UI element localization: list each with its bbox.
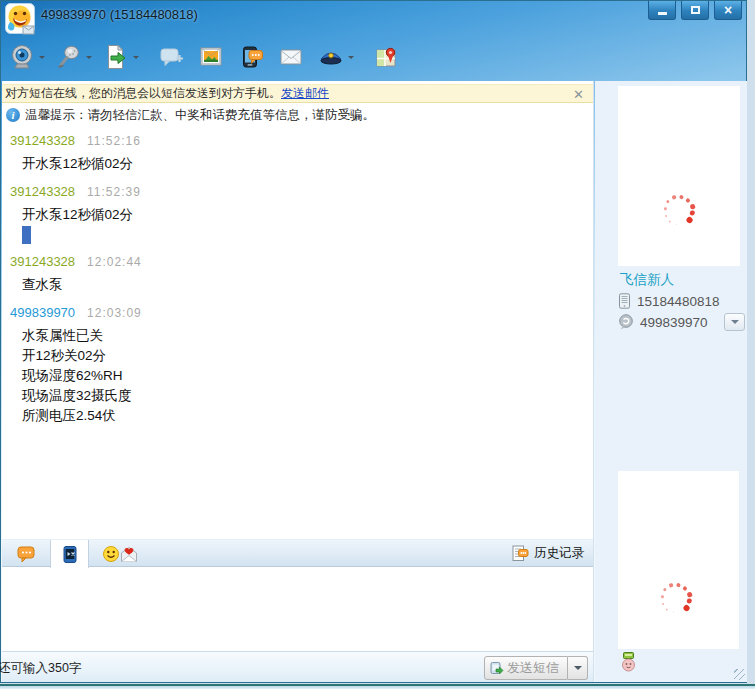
message-input[interactable] (2, 568, 593, 651)
fetion-chat-window: 499839970 (15184480818) × (0, 0, 747, 683)
contact-phone-number: 15184480818 (637, 294, 720, 309)
webcam-dropdown-arrow[interactable] (39, 56, 45, 62)
spinner-dot (669, 584, 673, 588)
group-chat-button[interactable] (155, 39, 187, 75)
message-line: 查水泵 (10, 275, 587, 295)
send-options-dropdown[interactable] (568, 656, 588, 680)
send-mail-link[interactable]: 发送邮件 (281, 86, 329, 100)
group-chat-icon (158, 44, 184, 70)
input-tab-bar: 历史记录 (2, 539, 593, 567)
spinner-dot (679, 195, 684, 200)
spinner-dot (661, 602, 664, 605)
voice-dropdown-arrow[interactable] (86, 56, 92, 62)
message-header: 39124332811:52:16 (10, 133, 587, 149)
spinner-dot (664, 207, 667, 210)
compose-bottom-bar: 还可输入350字 发送短信 (2, 651, 593, 682)
resize-grip[interactable] (734, 669, 745, 680)
send-file-button[interactable] (100, 39, 132, 75)
picture-message-button[interactable] (195, 39, 227, 75)
contact-expand-button[interactable] (724, 313, 745, 331)
message-body: 开水泵12秒循02分 (10, 154, 587, 174)
message-line: 开水泵12秒循02分 (10, 154, 587, 174)
close-icon: × (724, 3, 732, 17)
send-file-icon (103, 44, 129, 70)
chevron-down-icon (574, 666, 582, 674)
maximize-button[interactable] (681, 1, 709, 20)
history-button[interactable]: 历史记录 (507, 542, 589, 565)
chat-message: 39124332812:02:44 查水泵 (10, 254, 587, 295)
background-window-edge (0, 684, 755, 689)
mascot-widget-icon[interactable] (621, 652, 636, 676)
message-sender: 499839970 (10, 305, 75, 320)
mobile-phone-icon (618, 293, 631, 309)
chat-toolbar (6, 38, 402, 76)
ad-panel-bottom[interactable] (618, 471, 739, 649)
notice-text: 对方短信在线，您的消息会以短信发送到对方手机。 (5, 86, 281, 100)
send-file-dropdown-arrow[interactable] (133, 56, 139, 62)
notice-close-icon[interactable]: ✕ (573, 86, 584, 103)
spinner-dot (673, 612, 675, 614)
chevron-down-icon (731, 320, 739, 328)
spinner-dot (686, 216, 694, 224)
sms-phone-icon (61, 545, 79, 564)
char-counter: 还可输入350字 (0, 660, 81, 677)
fetion-newbie-link[interactable]: 飞信新人 (620, 271, 674, 289)
minimize-icon (658, 12, 667, 15)
tab-sms-mode[interactable] (51, 540, 89, 569)
contact-fetion-id: 499839970 (640, 315, 708, 330)
message-line: 开水泵12秒循02分 (10, 205, 587, 225)
ad-panel-top[interactable] (618, 86, 740, 266)
spinner-dot (676, 224, 678, 226)
heart-mail-button[interactable] (116, 543, 142, 565)
contact-id-row: 499839970 (618, 314, 708, 330)
side-panel: 飞信新人 15184480818 499839970 (595, 81, 747, 682)
message-body: 水泵属性已关开12秒关02分现场湿度62%RH现场温度32摄氏度所测电压2.54… (10, 326, 587, 426)
report-police-icon (318, 44, 344, 70)
chat-message: 39124332811:52:16 开水泵12秒循02分 (10, 133, 587, 174)
webcam-button[interactable] (6, 39, 38, 75)
message-time: 12:03:09 (87, 306, 142, 320)
mail-icon (278, 44, 304, 70)
message-line: 现场湿度62%RH (10, 366, 587, 386)
sms-icon (238, 44, 264, 70)
picture-message-icon (198, 44, 224, 70)
tip-text: 温馨提示：请勿轻信汇款、中奖和话费充值等信息，谨防受骗。 (25, 107, 375, 124)
sms-button[interactable] (235, 39, 267, 75)
location-button[interactable] (370, 39, 402, 75)
message-line: 开12秒关02分 (10, 346, 587, 366)
send-sms-button[interactable]: 发送短信 (484, 656, 568, 680)
spinner-dot (676, 583, 681, 588)
sms-notice-bar: 对方短信在线，您的消息会以短信发送到对方手机。发送邮件 ✕ (2, 84, 593, 103)
title-bar[interactable]: 499839970 (15184480818) × (1, 1, 746, 29)
report-dropdown-arrow[interactable] (348, 56, 354, 62)
spinner-dot (661, 595, 664, 598)
loading-spinner (659, 191, 699, 231)
send-sms-label: 发送短信 (507, 659, 559, 677)
message-time: 12:02:44 (87, 255, 142, 269)
close-button[interactable]: × (714, 1, 742, 20)
spinner-dot (663, 588, 667, 592)
message-header: 39124332812:02:44 (10, 254, 587, 270)
window-title: 499839970 (15184480818) (41, 7, 198, 22)
report-button[interactable] (315, 39, 347, 75)
webcam-icon (9, 44, 35, 70)
tab-chat-mode[interactable] (3, 540, 51, 568)
spinner-dot (669, 220, 672, 223)
message-time: 11:52:16 (87, 134, 141, 148)
history-icon (512, 545, 529, 562)
microphone-icon (56, 44, 82, 70)
message-list[interactable]: 39124332811:52:16 开水泵12秒循02分 39124332811… (2, 125, 593, 539)
heart-mail-icon (119, 545, 139, 563)
spinner-dot (687, 598, 693, 604)
message-body: 开水泵12秒循02分 (10, 205, 587, 244)
minimize-button[interactable] (648, 1, 676, 20)
maximize-icon (691, 6, 700, 14)
message-body: 查水泵 (10, 275, 587, 295)
voice-call-button[interactable] (53, 39, 85, 75)
spinner-dot (690, 210, 696, 216)
spinner-dot (666, 608, 669, 611)
spinner-dot (689, 203, 695, 209)
message-line: 水泵属性已关 (10, 326, 587, 346)
message-line: 所测电压2.54伏 (10, 406, 587, 426)
mail-button[interactable] (275, 39, 307, 75)
